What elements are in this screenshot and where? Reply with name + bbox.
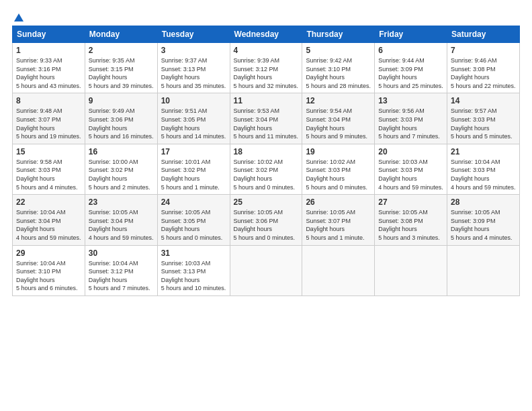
daylight-value: 5 hours and 35 minutes. bbox=[161, 83, 226, 89]
day-info: Sunrise: 10:00 AM Sunset: 3:02 PM Daylig… bbox=[89, 158, 154, 191]
calendar-day-7: 7 Sunrise: 9:46 AM Sunset: 3:08 PM Dayli… bbox=[447, 43, 520, 93]
day-number: 30 bbox=[89, 248, 154, 258]
calendar-body: 1 Sunrise: 9:33 AM Sunset: 3:16 PM Dayli… bbox=[13, 43, 520, 296]
daylight-label: Daylight hours bbox=[89, 74, 128, 81]
calendar-day-20: 20 Sunrise: 10:03 AM Sunset: 3:03 PM Day… bbox=[375, 144, 447, 194]
daylight-label: Daylight hours bbox=[16, 125, 55, 132]
sunset-label: Sunset: 3:04 PM bbox=[306, 116, 351, 123]
daylight-value: 5 hours and 1 minute. bbox=[306, 234, 364, 241]
sunrise-label: Sunrise: 9:51 AM bbox=[161, 107, 208, 114]
calendar-day-27: 27 Sunrise: 10:05 AM Sunset: 3:08 PM Day… bbox=[375, 195, 447, 245]
weekday-header-sunday: Sunday bbox=[13, 26, 85, 43]
daylight-label: Daylight hours bbox=[378, 226, 417, 232]
day-info: Sunrise: 9:51 AM Sunset: 3:05 PM Dayligh… bbox=[161, 107, 226, 140]
day-info: Sunrise: 10:04 AM Sunset: 3:12 PM Daylig… bbox=[89, 259, 154, 293]
day-number: 21 bbox=[451, 147, 516, 156]
day-number: 29 bbox=[16, 248, 81, 258]
weekday-header-saturday: Saturday bbox=[447, 26, 520, 43]
calendar-week-1: 1 Sunrise: 9:33 AM Sunset: 3:16 PM Dayli… bbox=[13, 43, 520, 93]
sunset-label: Sunset: 3:02 PM bbox=[161, 167, 206, 173]
logo bbox=[12, 12, 26, 21]
daylight-value: 5 hours and 19 minutes. bbox=[16, 133, 81, 140]
sunrise-label: Sunrise: 10:03 AM bbox=[161, 260, 211, 267]
daylight-label: Daylight hours bbox=[306, 175, 345, 182]
calendar-day-9: 9 Sunrise: 9:49 AM Sunset: 3:06 PM Dayli… bbox=[85, 93, 157, 144]
daylight-label: Daylight hours bbox=[234, 175, 273, 182]
calendar-day-11: 11 Sunrise: 9:53 AM Sunset: 3:04 PM Dayl… bbox=[230, 93, 302, 144]
sunrise-label: Sunrise: 9:49 AM bbox=[89, 107, 135, 114]
day-number: 27 bbox=[378, 197, 443, 207]
calendar-day-14: 14 Sunrise: 9:57 AM Sunset: 3:03 PM Dayl… bbox=[447, 93, 520, 144]
daylight-label: Daylight hours bbox=[16, 74, 55, 81]
day-info: Sunrise: 10:05 AM Sunset: 3:09 PM Daylig… bbox=[451, 208, 516, 242]
weekday-header-friday: Friday bbox=[375, 26, 447, 43]
calendar-day-8: 8 Sunrise: 9:48 AM Sunset: 3:07 PM Dayli… bbox=[13, 93, 85, 144]
day-number: 26 bbox=[306, 197, 371, 207]
sunset-label: Sunset: 3:03 PM bbox=[378, 116, 423, 123]
daylight-value: 5 hours and 43 minutes. bbox=[16, 83, 81, 89]
calendar-week-5: 29 Sunrise: 10:04 AM Sunset: 3:10 PM Day… bbox=[13, 245, 520, 295]
daylight-label: Daylight hours bbox=[306, 125, 345, 132]
sunrise-label: Sunrise: 10:02 AM bbox=[306, 158, 355, 165]
sunrise-label: Sunrise: 10:04 AM bbox=[89, 260, 138, 267]
daylight-label: Daylight hours bbox=[234, 125, 273, 132]
daylight-value: 5 hours and 32 minutes. bbox=[234, 83, 299, 89]
svg-marker-0 bbox=[14, 13, 24, 21]
daylight-value: 5 hours and 6 minutes. bbox=[16, 285, 78, 291]
sunrise-label: Sunrise: 10:05 AM bbox=[161, 209, 211, 216]
calendar-table: SundayMondayTuesdayWednesdayThursdayFrid… bbox=[12, 26, 520, 296]
logo-icon bbox=[13, 12, 25, 24]
daylight-label: Daylight hours bbox=[234, 226, 273, 232]
day-info: Sunrise: 9:33 AM Sunset: 3:16 PM Dayligh… bbox=[16, 56, 81, 90]
sunrise-label: Sunrise: 10:05 AM bbox=[378, 209, 428, 216]
calendar-day-13: 13 Sunrise: 9:56 AM Sunset: 3:03 PM Dayl… bbox=[375, 93, 447, 144]
day-number: 9 bbox=[89, 96, 154, 105]
sunrise-label: Sunrise: 10:04 AM bbox=[16, 209, 66, 216]
day-number: 13 bbox=[378, 96, 443, 105]
calendar-day-31: 31 Sunrise: 10:03 AM Sunset: 3:13 PM Day… bbox=[157, 245, 230, 295]
sunrise-label: Sunrise: 9:33 AM bbox=[16, 57, 62, 64]
calendar-week-3: 15 Sunrise: 9:58 AM Sunset: 3:03 PM Dayl… bbox=[13, 144, 520, 194]
calendar-day-10: 10 Sunrise: 9:51 AM Sunset: 3:05 PM Dayl… bbox=[157, 93, 230, 144]
calendar-week-4: 22 Sunrise: 10:04 AM Sunset: 3:04 PM Day… bbox=[13, 195, 520, 245]
sunset-label: Sunset: 3:09 PM bbox=[378, 66, 423, 73]
day-info: Sunrise: 9:35 AM Sunset: 3:15 PM Dayligh… bbox=[89, 56, 154, 90]
day-number: 11 bbox=[234, 96, 299, 105]
sunrise-label: Sunrise: 9:44 AM bbox=[378, 57, 425, 64]
sunrise-label: Sunrise: 9:35 AM bbox=[89, 57, 135, 64]
day-info: Sunrise: 10:05 AM Sunset: 3:08 PM Daylig… bbox=[378, 208, 443, 242]
day-info: Sunrise: 10:02 AM Sunset: 3:03 PM Daylig… bbox=[306, 158, 371, 191]
calendar-day-30: 30 Sunrise: 10:04 AM Sunset: 3:12 PM Day… bbox=[85, 245, 157, 295]
daylight-value: 5 hours and 0 minutes. bbox=[306, 184, 367, 191]
day-number: 23 bbox=[89, 197, 154, 207]
sunset-label: Sunset: 3:04 PM bbox=[16, 218, 61, 224]
daylight-label: Daylight hours bbox=[161, 277, 200, 283]
daylight-label: Daylight hours bbox=[89, 277, 128, 283]
day-number: 8 bbox=[16, 96, 81, 105]
day-number: 15 bbox=[16, 147, 81, 156]
daylight-label: Daylight hours bbox=[89, 175, 128, 182]
calendar-day-6: 6 Sunrise: 9:44 AM Sunset: 3:09 PM Dayli… bbox=[375, 43, 447, 93]
sunrise-label: Sunrise: 9:46 AM bbox=[451, 57, 497, 64]
day-number: 19 bbox=[306, 147, 371, 156]
daylight-value: 5 hours and 7 minutes. bbox=[378, 133, 440, 140]
day-number: 3 bbox=[161, 46, 226, 55]
day-number: 16 bbox=[89, 147, 154, 156]
calendar-day-16: 16 Sunrise: 10:00 AM Sunset: 3:02 PM Day… bbox=[85, 144, 157, 194]
sunset-label: Sunset: 3:03 PM bbox=[451, 167, 496, 173]
day-info: Sunrise: 9:48 AM Sunset: 3:07 PM Dayligh… bbox=[16, 107, 81, 140]
daylight-value: 5 hours and 0 minutes. bbox=[161, 234, 223, 241]
sunset-label: Sunset: 3:04 PM bbox=[234, 116, 279, 123]
daylight-label: Daylight hours bbox=[451, 226, 490, 232]
day-info: Sunrise: 10:05 AM Sunset: 3:05 PM Daylig… bbox=[161, 208, 226, 242]
day-number: 28 bbox=[451, 197, 516, 207]
daylight-label: Daylight hours bbox=[234, 74, 273, 81]
sunrise-label: Sunrise: 10:01 AM bbox=[161, 158, 211, 165]
day-info: Sunrise: 9:37 AM Sunset: 3:13 PM Dayligh… bbox=[161, 56, 226, 90]
day-number: 12 bbox=[306, 96, 371, 105]
sunrise-label: Sunrise: 9:48 AM bbox=[16, 107, 62, 114]
sunset-label: Sunset: 3:05 PM bbox=[161, 218, 206, 224]
sunset-label: Sunset: 3:09 PM bbox=[451, 218, 496, 224]
sunset-label: Sunset: 3:02 PM bbox=[234, 167, 279, 173]
day-number: 14 bbox=[451, 96, 516, 105]
